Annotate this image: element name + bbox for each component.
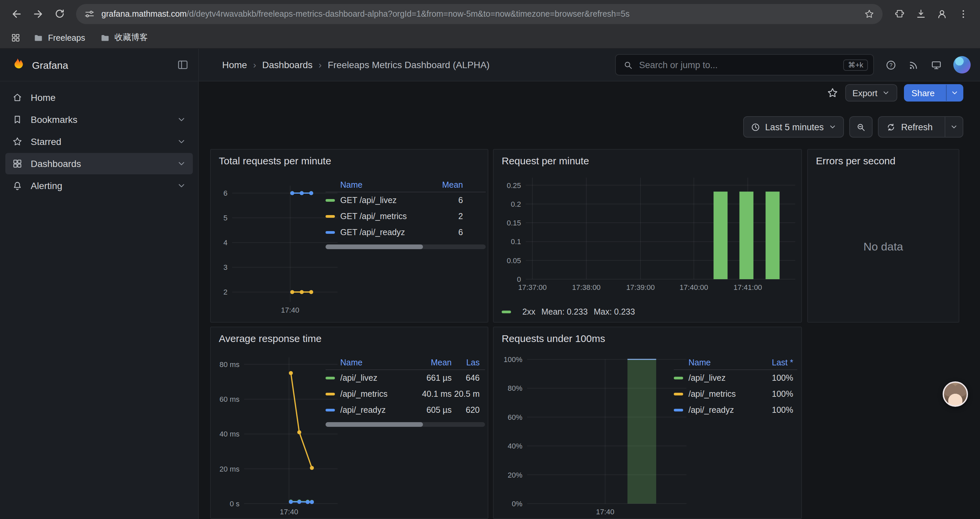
bookmark-folder-freeleaps[interactable]: Freeleaps — [28, 30, 91, 46]
dashboard-toolbar: Export Share — [826, 84, 963, 102]
legend-row[interactable]: /api/_livez 100% — [674, 370, 797, 386]
bookmark-label: 收藏博客 — [115, 32, 148, 43]
breadcrumb-dashboards[interactable]: Dashboards — [262, 59, 313, 70]
total-requests-chart[interactable]: 6543217:40 — [212, 178, 342, 315]
main-area: Home › Dashboards › Freeleaps Metrics Da… — [199, 49, 980, 519]
grafana-logo[interactable] — [10, 57, 25, 73]
time-range-picker[interactable]: Last 5 minutes — [743, 116, 844, 137]
legend-row[interactable]: GET /api/_readyz 6 — [326, 224, 486, 241]
bookmarks-bar: Freeleaps 收藏博客 — [0, 27, 980, 49]
legend-row[interactable]: /api/_livez 661 µs 646 — [326, 370, 485, 386]
series-marker — [326, 231, 335, 234]
legend-scrollbar-thumb[interactable] — [326, 244, 423, 249]
legend-header-name[interactable]: Name — [340, 358, 414, 367]
assistant-avatar-overlay[interactable] — [943, 382, 968, 407]
average-response-time-chart[interactable]: 80 ms60 ms40 ms20 ms0 s17:40 — [212, 354, 342, 517]
browser-menu-icon[interactable] — [953, 4, 973, 24]
breadcrumb-separator: › — [253, 59, 256, 70]
forward-icon[interactable] — [28, 4, 48, 24]
legend-row[interactable]: /api/_metrics 100% — [674, 386, 797, 402]
svg-text:2: 2 — [223, 288, 228, 296]
chevron-down-icon[interactable] — [177, 115, 186, 124]
panel-title[interactable]: Average response time — [219, 333, 321, 344]
legend-row[interactable]: GET /api/_livez 6 — [326, 192, 486, 208]
svg-text:40 ms: 40 ms — [220, 430, 240, 438]
sidebar-item-label: Alerting — [31, 180, 62, 191]
svg-text:17:40:00: 17:40:00 — [679, 283, 708, 292]
search-shortcut-badge: ⌘+k — [843, 59, 868, 70]
favorite-star-icon[interactable] — [826, 87, 838, 99]
browser-toolbar: grafana.mathmast.com/d/deytv4rwavabkb/fr… — [0, 0, 980, 27]
sidebar-item-home[interactable]: Home — [5, 87, 193, 108]
search-input[interactable]: Search or jump to... ⌘+k — [615, 54, 874, 75]
export-button[interactable]: Export — [845, 84, 897, 102]
profile-icon[interactable] — [932, 4, 952, 24]
sidebar-item-alerting[interactable]: Alerting — [5, 175, 193, 196]
share-main-button[interactable]: Share — [905, 85, 941, 101]
panel-title[interactable]: Errors per second — [816, 155, 895, 166]
svg-text:17:41:00: 17:41:00 — [733, 283, 762, 292]
legend-row[interactable]: GET /api/_metrics 2 — [326, 208, 486, 224]
help-icon[interactable]: ? — [885, 59, 897, 70]
legend-scrollbar — [326, 422, 485, 427]
back-icon[interactable] — [7, 4, 27, 24]
export-label: Export — [852, 88, 877, 98]
panel-title[interactable]: Requests under 100ms — [502, 333, 605, 344]
breadcrumb-home[interactable]: Home — [222, 59, 247, 70]
legend-header-name[interactable]: Name — [340, 180, 432, 189]
user-avatar[interactable] — [953, 56, 970, 73]
apps-grid-icon[interactable] — [7, 29, 24, 46]
home-icon — [12, 92, 23, 103]
legend-header-last[interactable]: Las — [452, 358, 480, 367]
legend-scrollbar-thumb[interactable] — [326, 422, 423, 427]
legend-header-name[interactable]: Name — [689, 358, 759, 367]
grafana-header: Home › Dashboards › Freeleaps Metrics Da… — [199, 49, 980, 81]
panel-requests-under-100ms: Requests under 100ms 100%80%60%40%20%0%1… — [493, 327, 802, 519]
legend-row[interactable]: /api/_readyz 605 µs 620 — [326, 402, 485, 418]
legend-row[interactable]: /api/_readyz 100% — [674, 402, 797, 418]
series-name: /api/_metrics — [340, 390, 414, 399]
legend-header-last[interactable]: Last * — [759, 358, 793, 367]
series-last: 100% — [759, 390, 793, 399]
search-placeholder: Search or jump to... — [639, 60, 718, 70]
series-marker — [674, 393, 683, 395]
chevron-down-icon — [882, 89, 890, 97]
bookmark-star-icon[interactable] — [864, 8, 875, 19]
dock-sidebar-icon[interactable] — [177, 59, 189, 71]
legend-row[interactable]: /api/_metrics 40.1 ms 20.5 m — [326, 386, 485, 402]
svg-text:17:40: 17:40 — [281, 306, 299, 314]
refresh-button[interactable]: Refresh — [878, 117, 940, 137]
refresh-interval-menu[interactable] — [945, 117, 963, 137]
breadcrumb-current: Freeleaps Metrics Dashboard (ALPHA) — [328, 59, 490, 70]
chevron-down-icon[interactable] — [177, 137, 186, 146]
series-mean: 40.1 ms — [414, 390, 452, 399]
panel-title[interactable]: Total requests per minute — [219, 155, 331, 166]
kiosk-monitor-icon[interactable] — [931, 59, 942, 70]
chevron-down-icon[interactable] — [177, 181, 186, 190]
share-menu-button[interactable] — [946, 85, 963, 101]
panel-errors-per-second: Errors per second No data — [807, 149, 959, 323]
sidebar-item-starred[interactable]: Starred — [5, 131, 193, 152]
series-last: 646 — [452, 374, 480, 383]
request-per-minute-chart[interactable]: 0.250.20.150.10.05017:37:0017:38:0017:39… — [496, 176, 800, 300]
site-controls-icon[interactable] — [84, 8, 95, 19]
extensions-icon[interactable] — [889, 4, 909, 24]
zoom-out-button[interactable] — [849, 116, 872, 137]
panel-legend-inline[interactable]: 2xx Mean: 0.233 Max: 0.233 — [502, 307, 635, 316]
address-bar[interactable]: grafana.mathmast.com/d/deytv4rwavabkb/fr… — [76, 4, 883, 24]
panel-title[interactable]: Request per minute — [502, 155, 589, 166]
clock-icon — [751, 122, 760, 132]
svg-text:4: 4 — [223, 238, 228, 247]
legend-header-mean[interactable]: Mean — [414, 358, 452, 367]
downloads-icon[interactable] — [911, 4, 931, 24]
bookmark-folder-blogs[interactable]: 收藏博客 — [94, 30, 153, 46]
svg-text:6: 6 — [223, 189, 228, 197]
zoom-out-icon — [856, 122, 865, 132]
sidebar-item-dashboards[interactable]: Dashboards — [5, 153, 193, 174]
series-name: /api/_readyz — [340, 406, 414, 415]
legend-header-mean[interactable]: Mean — [432, 180, 463, 189]
sidebar-item-bookmarks[interactable]: Bookmarks — [5, 109, 193, 130]
chevron-down-icon[interactable] — [177, 159, 186, 168]
reload-icon[interactable] — [49, 4, 69, 24]
news-rss-icon[interactable] — [908, 59, 919, 70]
